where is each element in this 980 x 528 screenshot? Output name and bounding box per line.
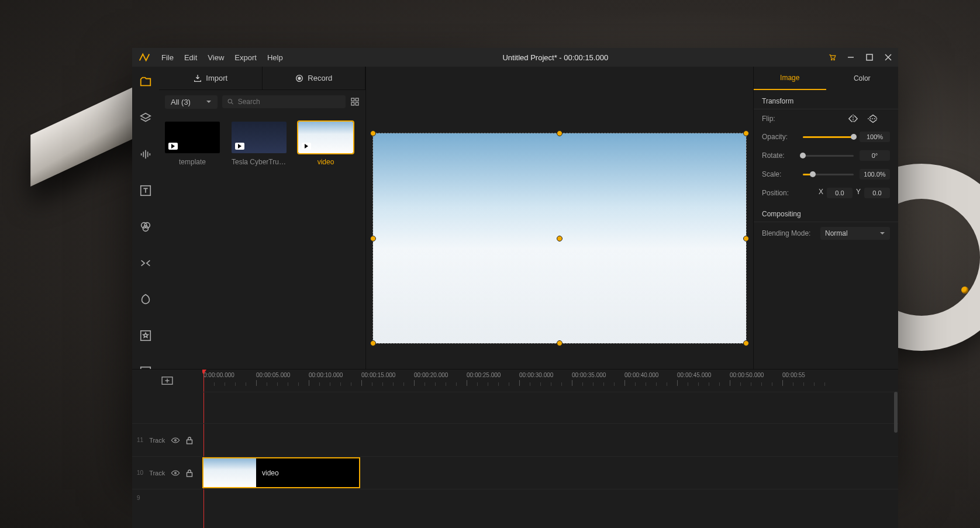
track-number: 10 [137, 470, 143, 476]
play-badge-icon [168, 143, 178, 150]
scale-label: Scale: [762, 170, 797, 178]
record-tab[interactable]: Record [263, 67, 366, 89]
transform-handle[interactable] [557, 340, 563, 346]
chevron-down-icon [879, 230, 885, 236]
menu-file[interactable]: File [161, 53, 174, 62]
media-filter-select[interactable]: All (3) [165, 95, 218, 109]
minimize-icon[interactable] [847, 53, 855, 61]
rotate-value[interactable]: 0° [860, 150, 890, 161]
svg-point-13 [144, 223, 150, 228]
transform-handle[interactable] [370, 340, 376, 346]
svg-point-1 [834, 59, 835, 60]
lock-icon[interactable] [186, 436, 193, 444]
chevron-down-icon [206, 99, 212, 105]
media-item-video[interactable]: video [298, 122, 353, 166]
pos-y-value[interactable]: 0.0 [864, 188, 890, 198]
timeline-tracks[interactable]: 0:00:00.00000:00:05.00000:00:10.00000:00… [202, 370, 898, 528]
eye-icon[interactable] [171, 470, 180, 477]
timeline-ruler[interactable]: 0:00:00.00000:00:05.00000:00:10.00000:00… [202, 370, 898, 392]
ruler-tick-label: 0:00:00.000 [203, 372, 234, 378]
ruler-tick-label: 00:00:05.000 [256, 372, 290, 378]
search-input[interactable] [238, 98, 341, 106]
sidebar-layers-icon[interactable] [132, 106, 159, 130]
menu-help[interactable]: Help [267, 53, 283, 62]
media-item-cybertruck[interactable]: Tesla CyberTruc... [232, 122, 287, 166]
preview-canvas[interactable] [373, 133, 746, 343]
opacity-label: Opacity: [762, 133, 797, 141]
import-icon [193, 74, 202, 83]
svg-point-21 [228, 99, 232, 103]
track-number: 9 [137, 495, 140, 501]
sidebar-filters-icon[interactable] [132, 215, 159, 239]
close-icon[interactable] [884, 53, 892, 61]
flip-vertical-icon[interactable] [868, 114, 878, 123]
sidebar-effects-icon[interactable] [132, 288, 159, 311]
flip-label: Flip: [762, 115, 797, 123]
svg-point-20 [298, 77, 301, 80]
menu-bar: File Edit View Export Help [161, 53, 283, 62]
svg-rect-25 [351, 102, 354, 105]
blend-mode-select[interactable]: Normal [820, 227, 890, 240]
grid-view-icon[interactable] [350, 97, 360, 106]
timeline-row-10[interactable]: video [202, 456, 898, 489]
track-header-10[interactable]: 10 Track [132, 456, 202, 489]
transform-handle[interactable] [743, 236, 749, 241]
timeline-scrollbar[interactable] [893, 392, 898, 528]
play-badge-icon [235, 143, 244, 150]
pos-x-value[interactable]: 0.0 [827, 188, 853, 198]
media-thumb [298, 122, 353, 153]
record-label: Record [308, 74, 332, 82]
eye-icon[interactable] [171, 437, 180, 444]
transform-handle[interactable] [370, 236, 376, 241]
transform-handle[interactable] [557, 130, 563, 136]
opacity-value[interactable]: 100% [860, 132, 890, 142]
ruler-tick-label: 00:00:20.000 [414, 372, 448, 378]
lock-icon[interactable] [186, 469, 193, 477]
menu-edit[interactable]: Edit [184, 53, 197, 62]
media-label: video [318, 158, 334, 166]
svg-rect-67 [187, 440, 192, 444]
ruler-tick-label: 00:00:50.000 [730, 372, 764, 378]
transform-handle[interactable] [743, 130, 749, 136]
sidebar-audio-icon[interactable] [132, 143, 159, 166]
import-tab[interactable]: Import [159, 67, 263, 89]
cart-icon[interactable] [828, 53, 836, 61]
track-header-11[interactable]: 11 Track [132, 423, 202, 456]
timeline-row-11[interactable] [202, 423, 898, 456]
sidebar-transitions-icon[interactable] [132, 251, 159, 275]
menu-view[interactable]: View [208, 53, 224, 62]
timeline-row-9[interactable] [202, 489, 898, 506]
sidebar-text-icon[interactable] [132, 179, 159, 202]
transform-handle[interactable] [743, 340, 749, 346]
track-header-9[interactable]: 9 [132, 489, 202, 506]
add-track-button[interactable] [132, 370, 202, 392]
ruler-tick-label: 00:00:55 [782, 372, 805, 378]
ruler-tick-label: 00:00:10.000 [309, 372, 343, 378]
opacity-slider[interactable] [803, 136, 854, 138]
flip-horizontal-icon[interactable] [848, 114, 858, 123]
ruler-tick-label: 00:00:40.000 [624, 372, 658, 378]
blend-mode-value: Normal [825, 229, 848, 237]
media-filter-value: All (3) [171, 98, 191, 106]
sidebar-media-icon[interactable] [132, 70, 159, 94]
section-transform: Transform [754, 90, 898, 109]
scale-value[interactable]: 100.0% [860, 169, 890, 180]
position-label: Position: [762, 189, 797, 197]
timeline-clip-video[interactable]: video [203, 458, 359, 487]
rotate-slider[interactable] [803, 155, 854, 157]
media-item-template[interactable]: template [165, 122, 220, 166]
window-title: Untitled Project* - 00:00:15.000 [294, 53, 817, 62]
scale-slider[interactable] [803, 174, 854, 175]
svg-point-14 [143, 226, 148, 231]
search-box[interactable] [222, 95, 346, 108]
track-label: Track [149, 470, 165, 477]
transform-center-handle[interactable] [557, 236, 563, 241]
menu-export[interactable]: Export [234, 53, 257, 62]
tab-image[interactable]: Image [754, 67, 826, 90]
sidebar-elements-icon[interactable] [132, 324, 159, 347]
svg-rect-69 [187, 472, 192, 477]
transform-handle[interactable] [370, 130, 376, 136]
maximize-icon[interactable] [865, 53, 874, 61]
tab-color[interactable]: Color [826, 67, 899, 90]
timeline-panel: 11 Track 10 Track 9 0:00:00.00000:00:05.… [132, 369, 898, 528]
